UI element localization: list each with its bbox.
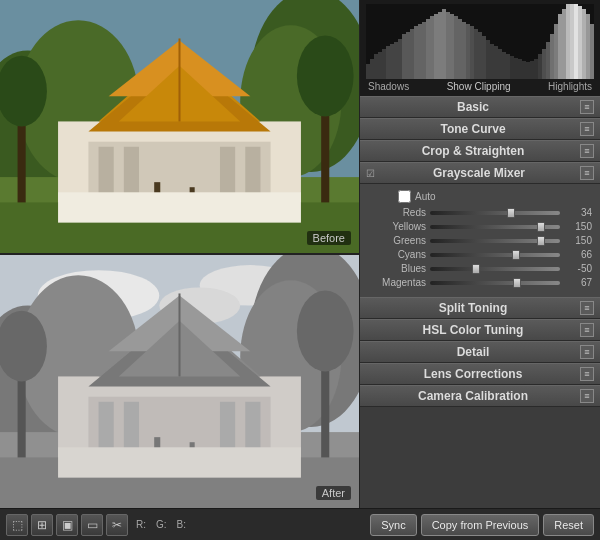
tool-btn-2[interactable]: ⊞ <box>31 514 53 536</box>
svg-point-20 <box>297 35 354 116</box>
auto-label: Auto <box>415 191 436 202</box>
b-label: B: <box>177 519 186 530</box>
svg-rect-91 <box>514 58 518 79</box>
yellows-label: Yellows <box>368 221 426 232</box>
svg-rect-107 <box>578 6 582 79</box>
detail-collapse-icon[interactable]: ≡ <box>580 345 594 359</box>
rgb-info: R: G: B: <box>136 519 370 530</box>
svg-rect-88 <box>502 52 506 79</box>
tone-curve-label: Tone Curve <box>366 122 580 136</box>
svg-rect-106 <box>574 4 578 79</box>
camera-calibration-collapse-icon[interactable]: ≡ <box>580 389 594 403</box>
grayscale-mixer-label: Grayscale Mixer <box>378 166 580 180</box>
grayscale-mixer-collapse-icon[interactable]: ≡ <box>580 166 594 180</box>
blues-slider[interactable] <box>430 267 560 271</box>
yellows-slider-row: Yellows 150 <box>368 221 592 232</box>
svg-rect-90 <box>510 56 514 79</box>
g-label: G: <box>156 519 167 530</box>
svg-rect-56 <box>374 54 378 79</box>
svg-rect-82 <box>478 32 482 79</box>
svg-rect-52 <box>58 447 301 477</box>
detail-section[interactable]: Detail ≡ <box>360 341 600 363</box>
yellows-slider[interactable] <box>430 225 560 229</box>
tool-btn-3[interactable]: ▣ <box>56 514 78 536</box>
svg-rect-62 <box>398 39 402 79</box>
svg-rect-104 <box>566 4 570 79</box>
svg-rect-110 <box>590 24 594 79</box>
svg-rect-59 <box>386 46 390 79</box>
sync-button[interactable]: Sync <box>370 514 416 536</box>
svg-rect-69 <box>426 19 430 79</box>
show-clipping-button[interactable]: Show Clipping <box>447 81 511 92</box>
svg-rect-92 <box>518 59 522 79</box>
magentas-slider[interactable] <box>430 281 560 285</box>
svg-rect-101 <box>554 24 558 79</box>
svg-rect-94 <box>526 62 530 79</box>
crop-straighten-collapse-icon[interactable]: ≡ <box>580 144 594 158</box>
svg-rect-85 <box>490 44 494 79</box>
basic-collapse-icon[interactable]: ≡ <box>580 100 594 114</box>
svg-rect-79 <box>466 24 470 79</box>
auto-checkbox[interactable] <box>398 190 411 203</box>
split-toning-section[interactable]: Split Toning ≡ <box>360 297 600 319</box>
lens-corrections-collapse-icon[interactable]: ≡ <box>580 367 594 381</box>
main-area: Before <box>0 0 600 508</box>
cyans-label: Cyans <box>368 249 426 260</box>
svg-rect-70 <box>430 16 434 79</box>
tool-buttons: ⬚ ⊞ ▣ ▭ ✂ <box>6 514 128 536</box>
lens-corrections-section[interactable]: Lens Corrections ≡ <box>360 363 600 385</box>
cyans-slider[interactable] <box>430 253 560 257</box>
tone-curve-section[interactable]: Tone Curve ≡ <box>360 118 600 140</box>
grayscale-checkbox[interactable]: ☑ <box>366 168 375 179</box>
svg-rect-55 <box>370 59 374 79</box>
blues-value: -50 <box>564 263 592 274</box>
before-photo-panel: Before <box>0 0 359 255</box>
histogram-labels: Shadows Show Clipping Highlights <box>366 79 594 96</box>
crop-straighten-section[interactable]: Crop & Straighten ≡ <box>360 140 600 162</box>
reds-slider[interactable] <box>430 211 560 215</box>
yellows-value: 150 <box>564 221 592 232</box>
hsl-color-tuning-section[interactable]: HSL Color Tuning ≡ <box>360 319 600 341</box>
split-toning-collapse-icon[interactable]: ≡ <box>580 301 594 315</box>
hsl-color-tuning-collapse-icon[interactable]: ≡ <box>580 323 594 337</box>
grayscale-mixer-content: Auto Reds 34 Yellows 150 <box>360 184 600 297</box>
magentas-value: 67 <box>564 277 592 288</box>
grayscale-mixer-section: ☑ Grayscale Mixer ≡ Auto Reds 34 <box>360 162 600 297</box>
greens-label: Greens <box>368 235 426 246</box>
basic-section[interactable]: Basic ≡ <box>360 96 600 118</box>
tool-btn-1[interactable]: ⬚ <box>6 514 28 536</box>
svg-rect-54 <box>366 64 370 79</box>
svg-rect-63 <box>402 34 406 79</box>
svg-rect-58 <box>382 49 386 79</box>
reset-button[interactable]: Reset <box>543 514 594 536</box>
svg-rect-100 <box>550 34 554 79</box>
tool-btn-4[interactable]: ▭ <box>81 514 103 536</box>
svg-point-48 <box>297 290 354 371</box>
greens-value: 150 <box>564 235 592 246</box>
auto-row: Auto <box>368 188 592 207</box>
svg-rect-86 <box>494 46 498 79</box>
svg-rect-99 <box>546 42 550 79</box>
tone-curve-collapse-icon[interactable]: ≡ <box>580 122 594 136</box>
svg-rect-57 <box>378 52 382 79</box>
svg-rect-105 <box>570 4 574 79</box>
before-photo <box>0 0 359 253</box>
grayscale-mixer-header[interactable]: ☑ Grayscale Mixer ≡ <box>360 162 600 184</box>
blues-label: Blues <box>368 263 426 274</box>
after-photo <box>0 255 359 508</box>
after-label: After <box>316 486 351 500</box>
camera-calibration-label: Camera Calibration <box>366 389 580 403</box>
cyans-value: 66 <box>564 249 592 260</box>
svg-rect-89 <box>506 54 510 79</box>
svg-rect-68 <box>422 22 426 79</box>
svg-rect-102 <box>558 14 562 79</box>
greens-slider[interactable] <box>430 239 560 243</box>
svg-rect-96 <box>534 59 538 79</box>
tool-btn-5[interactable]: ✂ <box>106 514 128 536</box>
svg-rect-95 <box>530 61 534 79</box>
camera-calibration-section[interactable]: Camera Calibration ≡ <box>360 385 600 407</box>
copy-from-previous-button[interactable]: Copy from Previous <box>421 514 540 536</box>
svg-rect-81 <box>474 29 478 79</box>
svg-rect-66 <box>414 26 418 79</box>
crop-straighten-label: Crop & Straighten <box>366 144 580 158</box>
